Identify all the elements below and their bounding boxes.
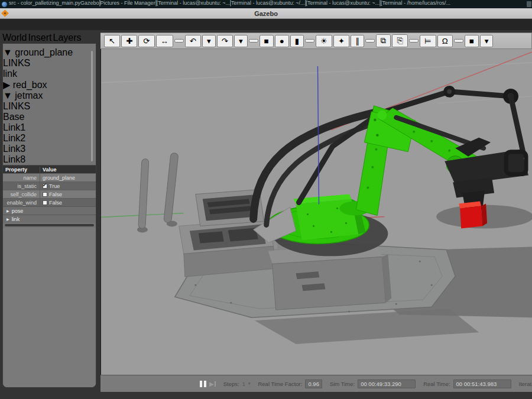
property-row-is-static[interactable]: is_static True (3, 181, 96, 190)
viewport-column: ↖ ✚ ⟳ ↔ ↶ ▾ (100, 30, 532, 392)
steps-dropdown-icon[interactable]: ▾ (248, 381, 251, 386)
tree-expand-arrow[interactable]: ▼ (3, 47, 12, 57)
expand-arrow-icon[interactable]: ▶ (7, 209, 9, 213)
app-menu-button[interactable] (0, 0, 9, 8)
red-cube[interactable] (459, 202, 487, 229)
desktop: src - color_palletizing_main.py Gazebo P… (0, 0, 532, 399)
systray-icon[interactable] (527, 1, 531, 7)
viewport-3d-scene[interactable] (101, 49, 532, 375)
property-row-enable-wind[interactable]: enable_wind False (3, 198, 96, 206)
step-button[interactable]: ▶ (209, 379, 216, 388)
real-time-value: 00 00:51:43.983 (453, 379, 511, 388)
taskbar-window-buttons: src - color_palletizing_main.py Gazebo P… (9, 0, 526, 8)
value-self-collide: False (49, 192, 62, 197)
enable-wind-checkbox[interactable] (43, 200, 47, 205)
tree-scrollbar[interactable] (91, 51, 93, 161)
real-time-label: Real Time: (423, 381, 450, 387)
header-value: Value (40, 167, 96, 173)
end-effector[interactable] (445, 138, 528, 212)
expand-arrow-icon[interactable]: ▶ (7, 217, 9, 221)
panel-empty-area (3, 228, 96, 387)
scene-tree-items: ▼ ground_plane LINKS link ▶ (3, 47, 96, 165)
property-row-self-collide[interactable]: self_collide False (3, 190, 96, 198)
sim-time-label: Sim Time: (330, 381, 355, 387)
property-table-header: Property Value (3, 166, 96, 173)
taskbar: src - color_palletizing_main.py Gazebo P… (0, 0, 532, 8)
menubar (0, 19, 532, 30)
is-static-checkbox[interactable] (43, 184, 47, 189)
antennas[interactable] (137, 153, 179, 232)
pause-button[interactable] (200, 379, 206, 388)
header-property: Property (3, 167, 40, 173)
window-title: Gazebo (0, 10, 532, 17)
steps-label: Steps: (223, 381, 239, 387)
iterations-label: Iterations: (519, 381, 532, 387)
real-time-factor-value: 0.96 (305, 379, 322, 388)
property-row-name[interactable]: name ground_plane (3, 173, 96, 181)
panel-tabs: World Insert Layers (2, 33, 96, 43)
main-content: World Insert Layers ▼ ground_plane (0, 30, 532, 392)
property-table-scrollbar[interactable] (5, 224, 94, 226)
real-time-factor-label: Real Time Factor: (258, 381, 302, 387)
value-is-static: True (49, 183, 60, 189)
scene-tree: ▼ ground_plane LINKS link ▶ (3, 44, 96, 165)
self-collide-checkbox[interactable] (43, 192, 47, 197)
menu-items (1, 24, 65, 26)
app-menu-icon (2, 2, 7, 7)
simulation-status-bar: ▶ Steps: 1 ▾ Real Time Factor: 0.96 Sim … (100, 375, 532, 392)
value-enable-wind: False (49, 200, 62, 206)
viewport-3d[interactable] (100, 49, 532, 375)
tree-expand-arrow[interactable]: ▼ (3, 90, 12, 100)
property-group-link[interactable]: ▶ link (3, 215, 96, 223)
world-panel: ▼ ground_plane LINKS link ▶ (2, 43, 96, 388)
tree-expand-arrow[interactable]: ▶ (3, 80, 10, 90)
panel-splitter[interactable] (96, 30, 100, 392)
sim-time-value: 00 00:49:33.290 (358, 379, 416, 388)
left-panel: World Insert Layers ▼ ground_plane (0, 30, 96, 392)
gazebo-window: Gazebo World Insert Layers (0, 8, 532, 399)
steps-value[interactable]: 1 (242, 381, 245, 387)
property-group-pose[interactable]: ▶ pose (3, 206, 96, 215)
value-name: ground_plane (43, 175, 75, 181)
render-toolbar: ↖ ✚ ⟳ ↔ ↶ ▾ (100, 33, 532, 49)
property-table: Property Value name ground_plane is_stat… (3, 165, 96, 228)
window-titlebar[interactable]: Gazebo (0, 8, 532, 19)
